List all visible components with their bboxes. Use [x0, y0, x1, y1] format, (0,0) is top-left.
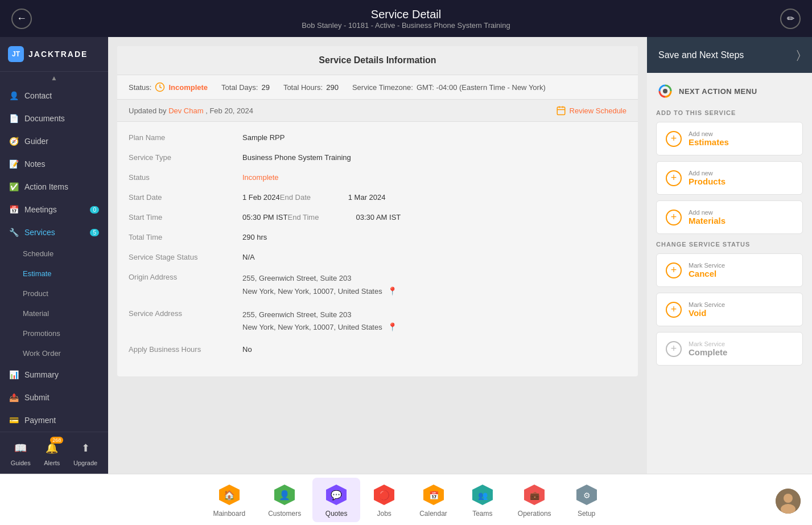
updated-text: Updated by [129, 106, 167, 115]
mark-void-card[interactable]: + Mark Service Void [656, 293, 803, 326]
documents-icon: 📄 [9, 114, 19, 123]
alerts-footer-item[interactable]: 🔔 268 Alerts [43, 439, 61, 466]
nav-mainboard[interactable]: 🏠 Mainboard [201, 478, 257, 522]
guides-icon: 📖 [11, 439, 30, 457]
sidebar-nav: 👤 Contact 📄 Documents 🧭 Guider 📝 Notes ✅… [0, 84, 108, 432]
mark-complete-card[interactable]: + Mark Service Complete [656, 332, 803, 366]
teams-icon: 👥 [470, 482, 495, 507]
service-type-label: Service Type [129, 153, 242, 162]
contact-icon: 👤 [9, 91, 19, 100]
sidebar-item-payment[interactable]: 💳 Payment [0, 409, 108, 432]
mark-cancel-main: Cancel [689, 269, 725, 278]
sidebar-item-notes[interactable]: 📝 Notes [0, 153, 108, 175]
status-field-label: Status [129, 173, 242, 182]
nav-jobs[interactable]: 🔴 Jobs [360, 478, 408, 522]
sidebar-item-action-items[interactable]: ✅ Action Items [0, 175, 108, 198]
sidebar-item-documents[interactable]: 📄 Documents [0, 107, 108, 130]
nav-teams[interactable]: 👥 Teams [459, 478, 506, 522]
clock-icon [155, 82, 165, 92]
stage-status-value: N/A [242, 253, 255, 261]
sidebar-footer-icons: 📖 Guides 🔔 268 Alerts ⬆ Upgrade [0, 432, 108, 473]
nav-setup[interactable]: ⚙ Setup [563, 478, 611, 522]
start-date-value: 1 Feb 2024 [242, 193, 280, 202]
sidebar-item-submit[interactable]: 📤 Submit [0, 386, 108, 409]
sidebar-label-guider: Guider [24, 137, 48, 146]
meetings-icon: 📅 [9, 205, 19, 214]
nav-customers[interactable]: 👤 Customers [257, 478, 312, 522]
scroll-indicator: ▲ [0, 72, 108, 84]
product-label: Product [23, 289, 48, 298]
svg-text:👤: 👤 [279, 490, 290, 501]
sidebar-item-contact[interactable]: 👤 Contact [0, 84, 108, 107]
nav-quotes[interactable]: 💬 Quotes [312, 478, 360, 522]
sidebar-item-guider[interactable]: 🧭 Guider [0, 130, 108, 153]
start-date-label: Start Date [129, 193, 242, 202]
work-order-label: Work Order [23, 349, 61, 358]
add-products-main: Products [689, 177, 726, 186]
updated-date: , Feb 20, 2024 [205, 106, 253, 115]
add-materials-plus-icon: + [666, 210, 682, 225]
add-estimates-sub: Add new [689, 130, 729, 137]
field-stage-status: Service Stage Status N/A [129, 253, 626, 261]
back-button[interactable]: ← [11, 9, 32, 29]
nav-operations[interactable]: 💼 Operations [506, 478, 563, 522]
nav-calendar-label: Calendar [419, 510, 447, 518]
sidebar-item-services[interactable]: 🔧 Services 5 [0, 221, 108, 244]
sidebar-sub-work-order[interactable]: Work Order [0, 343, 108, 363]
sidebar-item-meetings[interactable]: 📅 Meetings 0 [0, 198, 108, 221]
upgrade-footer-label: Upgrade [73, 460, 97, 466]
payment-icon: 💳 [9, 416, 19, 425]
header-title-block: Service Detail Bob Stanley - 10181 - Act… [302, 8, 510, 30]
add-materials-main: Materials [689, 216, 726, 225]
sidebar-item-summary[interactable]: 📊 Summary [0, 363, 108, 386]
mark-complete-plus-icon: + [666, 341, 682, 357]
next-action-header: NEXT ACTION MENU [656, 82, 803, 100]
service-map-pin[interactable]: 📍 [388, 321, 397, 333]
sidebar-sub-material[interactable]: Material [0, 303, 108, 323]
save-next-button[interactable]: Save and Next Steps 〉 [647, 37, 812, 73]
mark-cancel-card[interactable]: + Mark Service Cancel [656, 253, 803, 287]
sidebar-sub-promotions[interactable]: Promotions [0, 323, 108, 343]
review-schedule-link[interactable]: Review Schedule [556, 105, 626, 116]
add-estimates-card[interactable]: + Add new Estimates [656, 122, 803, 155]
field-status: Status Incomplete [129, 173, 626, 182]
svg-text:💬: 💬 [331, 490, 342, 501]
upgrade-footer-item[interactable]: ⬆ Upgrade [73, 439, 97, 466]
add-products-card[interactable]: + Add new Products [656, 161, 803, 195]
svg-point-6 [663, 89, 667, 93]
mark-cancel-text: Mark Service Cancel [689, 262, 725, 278]
sidebar-sub-schedule[interactable]: Schedule [0, 244, 108, 264]
start-time-label: Start Time [129, 213, 242, 222]
user-avatar[interactable] [776, 489, 801, 514]
mark-complete-main: Complete [689, 347, 727, 357]
upgrade-icon: ⬆ [76, 439, 94, 457]
mark-void-plus-icon: + [666, 302, 682, 318]
nav-setup-label: Setup [578, 510, 595, 518]
edit-button[interactable]: ✏ [780, 9, 801, 29]
total-hours-item: Total Hours: 290 [283, 83, 339, 92]
status-value: Incomplete [168, 83, 208, 92]
add-materials-sub: Add new [689, 209, 726, 216]
origin-map-pin[interactable]: 📍 [388, 285, 397, 297]
nav-calendar[interactable]: 📅 Calendar [408, 478, 459, 522]
guides-footer-item[interactable]: 📖 Guides [11, 439, 31, 466]
add-materials-card[interactable]: + Add new Materials [656, 200, 803, 234]
right-panel: Save and Next Steps 〉 NEXT ACTION MENU A… [647, 37, 812, 474]
total-days-item: Total Days: 29 [221, 83, 270, 92]
field-dates: Start Date 1 Feb 2024 End Date 1 Mar 202… [129, 193, 626, 202]
page-subtitle: Bob Stanley - 10181 - Active - Business … [302, 21, 510, 30]
operations-icon: 💼 [522, 482, 547, 507]
service-card-header: Service Details Information [117, 46, 638, 75]
end-date-value: 1 Mar 2024 [348, 193, 386, 202]
svg-text:🏠: 🏠 [224, 490, 235, 501]
service-fields: Plan Name Sample RPP Service Type Busine… [117, 122, 638, 376]
origin-address-label: Origin Address [129, 273, 242, 281]
sidebar-sub-estimate[interactable]: Estimate [0, 264, 108, 284]
field-service-address: Service Address 255, Greenwich Street, S… [129, 309, 626, 334]
business-hours-label: Apply Business Hours [129, 345, 242, 354]
add-products-plus-icon: + [666, 170, 682, 186]
change-status-label: CHANGE SERVICE STATUS [656, 241, 803, 248]
field-times: Start Time 05:30 PM IST End Time 03:30 A… [129, 213, 626, 222]
sidebar-sub-product[interactable]: Product [0, 284, 108, 303]
end-time-value: 03:30 AM IST [356, 213, 401, 222]
